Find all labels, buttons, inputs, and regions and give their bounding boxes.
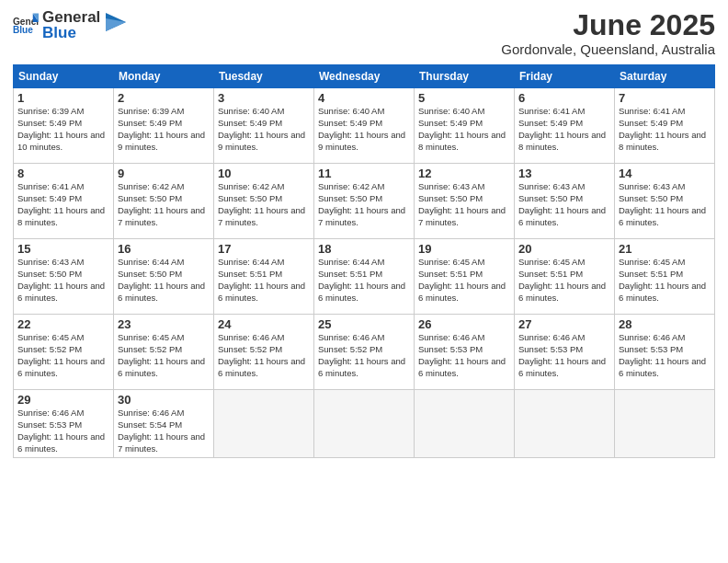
calendar-cell <box>515 390 615 458</box>
day-info: Sunrise: 6:44 AMSunset: 5:50 PMDaylight:… <box>118 257 210 304</box>
col-header-wednesday: Wednesday <box>314 65 415 88</box>
day-info: Sunrise: 6:46 AMSunset: 5:52 PMDaylight:… <box>318 332 410 379</box>
day-info: Sunrise: 6:45 AMSunset: 5:52 PMDaylight:… <box>118 332 210 379</box>
day-number: 28 <box>619 317 711 331</box>
calendar-cell: 18Sunrise: 6:44 AMSunset: 5:51 PMDayligh… <box>314 239 415 315</box>
calendar-cell: 25Sunrise: 6:46 AMSunset: 5:52 PMDayligh… <box>314 315 415 390</box>
day-info: Sunrise: 6:45 AMSunset: 5:51 PMDaylight:… <box>518 257 610 304</box>
logo-blue: Blue <box>42 25 100 40</box>
calendar-cell: 10Sunrise: 6:42 AMSunset: 5:50 PMDayligh… <box>214 164 314 239</box>
col-header-thursday: Thursday <box>415 65 515 88</box>
calendar-cell: 11Sunrise: 6:42 AMSunset: 5:50 PMDayligh… <box>314 164 415 239</box>
calendar-cell <box>615 390 715 458</box>
calendar-cell: 6Sunrise: 6:41 AMSunset: 5:49 PMDaylight… <box>515 88 615 164</box>
day-info: Sunrise: 6:45 AMSunset: 5:51 PMDaylight:… <box>418 257 510 304</box>
day-number: 26 <box>418 317 510 331</box>
logo-triangle-icon <box>106 13 126 37</box>
day-number: 29 <box>17 393 109 407</box>
calendar-cell: 14Sunrise: 6:43 AMSunset: 5:50 PMDayligh… <box>615 164 715 239</box>
day-number: 17 <box>218 242 310 256</box>
calendar-cell: 15Sunrise: 6:43 AMSunset: 5:50 PMDayligh… <box>14 239 114 315</box>
calendar-cell: 12Sunrise: 6:43 AMSunset: 5:50 PMDayligh… <box>415 164 515 239</box>
day-number: 5 <box>418 91 510 105</box>
logo: General Blue General Blue <box>13 9 126 40</box>
day-info: Sunrise: 6:43 AMSunset: 5:50 PMDaylight:… <box>418 181 510 228</box>
title-block: June 2025 Gordonvale, Queensland, Austra… <box>501 9 715 57</box>
calendar-cell: 24Sunrise: 6:46 AMSunset: 5:52 PMDayligh… <box>214 315 314 390</box>
day-number: 25 <box>318 317 410 331</box>
day-number: 22 <box>17 317 109 331</box>
day-number: 27 <box>518 317 610 331</box>
day-number: 3 <box>218 91 310 105</box>
calendar-cell: 8Sunrise: 6:41 AMSunset: 5:49 PMDaylight… <box>14 164 114 239</box>
day-number: 13 <box>518 167 610 180</box>
col-header-sunday: Sunday <box>14 65 114 88</box>
calendar-cell: 20Sunrise: 6:45 AMSunset: 5:51 PMDayligh… <box>515 239 615 315</box>
day-info: Sunrise: 6:42 AMSunset: 5:50 PMDaylight:… <box>318 181 410 228</box>
calendar-cell: 3Sunrise: 6:40 AMSunset: 5:49 PMDaylight… <box>214 88 314 164</box>
day-info: Sunrise: 6:39 AMSunset: 5:49 PMDaylight:… <box>118 106 210 153</box>
day-info: Sunrise: 6:45 AMSunset: 5:51 PMDaylight:… <box>619 257 711 304</box>
calendar-title: June 2025 <box>501 9 715 41</box>
day-info: Sunrise: 6:45 AMSunset: 5:52 PMDaylight:… <box>17 332 109 379</box>
calendar-table: SundayMondayTuesdayWednesdayThursdayFrid… <box>13 64 715 458</box>
day-info: Sunrise: 6:46 AMSunset: 5:53 PMDaylight:… <box>17 408 109 454</box>
day-info: Sunrise: 6:46 AMSunset: 5:52 PMDaylight:… <box>218 332 310 379</box>
day-number: 16 <box>118 242 210 256</box>
calendar-cell: 1Sunrise: 6:39 AMSunset: 5:49 PMDaylight… <box>14 88 114 164</box>
day-number: 11 <box>318 167 410 180</box>
calendar-cell: 4Sunrise: 6:40 AMSunset: 5:49 PMDaylight… <box>314 88 415 164</box>
day-number: 9 <box>118 167 210 180</box>
calendar-cell: 22Sunrise: 6:45 AMSunset: 5:52 PMDayligh… <box>14 315 114 390</box>
day-info: Sunrise: 6:42 AMSunset: 5:50 PMDaylight:… <box>118 181 210 228</box>
svg-marker-5 <box>106 18 126 31</box>
calendar-cell: 19Sunrise: 6:45 AMSunset: 5:51 PMDayligh… <box>415 239 515 315</box>
day-info: Sunrise: 6:46 AMSunset: 5:53 PMDaylight:… <box>418 332 510 379</box>
day-number: 8 <box>17 167 109 180</box>
day-number: 21 <box>619 242 711 256</box>
day-info: Sunrise: 6:46 AMSunset: 5:53 PMDaylight:… <box>518 332 610 379</box>
day-number: 20 <box>518 242 610 256</box>
calendar-cell: 30Sunrise: 6:46 AMSunset: 5:54 PMDayligh… <box>114 390 214 458</box>
calendar-cell: 5Sunrise: 6:40 AMSunset: 5:49 PMDaylight… <box>415 88 515 164</box>
day-number: 15 <box>17 242 109 256</box>
svg-text:Blue: Blue <box>13 25 33 35</box>
day-info: Sunrise: 6:44 AMSunset: 5:51 PMDaylight:… <box>318 257 410 304</box>
col-header-tuesday: Tuesday <box>214 65 314 88</box>
day-number: 14 <box>619 167 711 180</box>
logo-general: General <box>42 9 100 25</box>
day-number: 18 <box>318 242 410 256</box>
day-info: Sunrise: 6:40 AMSunset: 5:49 PMDaylight:… <box>418 106 510 153</box>
calendar-cell: 26Sunrise: 6:46 AMSunset: 5:53 PMDayligh… <box>415 315 515 390</box>
calendar-cell: 28Sunrise: 6:46 AMSunset: 5:53 PMDayligh… <box>615 315 715 390</box>
day-info: Sunrise: 6:42 AMSunset: 5:50 PMDaylight:… <box>218 181 310 228</box>
page: General Blue General Blue June 2025 Gord… <box>0 0 728 563</box>
calendar-cell: 21Sunrise: 6:45 AMSunset: 5:51 PMDayligh… <box>615 239 715 315</box>
logo-icon: General Blue <box>13 12 39 38</box>
day-number: 7 <box>619 91 711 105</box>
day-number: 19 <box>418 242 510 256</box>
calendar-cell: 2Sunrise: 6:39 AMSunset: 5:49 PMDaylight… <box>114 88 214 164</box>
day-info: Sunrise: 6:41 AMSunset: 5:49 PMDaylight:… <box>619 106 711 153</box>
day-info: Sunrise: 6:43 AMSunset: 5:50 PMDaylight:… <box>17 257 109 304</box>
day-info: Sunrise: 6:46 AMSunset: 5:54 PMDaylight:… <box>118 408 210 454</box>
col-header-monday: Monday <box>114 65 214 88</box>
day-info: Sunrise: 6:43 AMSunset: 5:50 PMDaylight:… <box>619 181 711 228</box>
day-info: Sunrise: 6:40 AMSunset: 5:49 PMDaylight:… <box>218 106 310 153</box>
day-info: Sunrise: 6:43 AMSunset: 5:50 PMDaylight:… <box>518 181 610 228</box>
calendar-cell: 16Sunrise: 6:44 AMSunset: 5:50 PMDayligh… <box>114 239 214 315</box>
day-info: Sunrise: 6:44 AMSunset: 5:51 PMDaylight:… <box>218 257 310 304</box>
day-number: 23 <box>118 317 210 331</box>
day-info: Sunrise: 6:46 AMSunset: 5:53 PMDaylight:… <box>619 332 711 379</box>
col-header-saturday: Saturday <box>615 65 715 88</box>
day-info: Sunrise: 6:39 AMSunset: 5:49 PMDaylight:… <box>17 106 109 153</box>
calendar-subtitle: Gordonvale, Queensland, Australia <box>501 41 715 57</box>
calendar-cell: 7Sunrise: 6:41 AMSunset: 5:49 PMDaylight… <box>615 88 715 164</box>
col-header-friday: Friday <box>515 65 615 88</box>
calendar-cell <box>214 390 314 458</box>
day-number: 24 <box>218 317 310 331</box>
day-number: 1 <box>17 91 109 105</box>
day-number: 4 <box>318 91 410 105</box>
day-number: 12 <box>418 167 510 180</box>
day-info: Sunrise: 6:41 AMSunset: 5:49 PMDaylight:… <box>518 106 610 153</box>
